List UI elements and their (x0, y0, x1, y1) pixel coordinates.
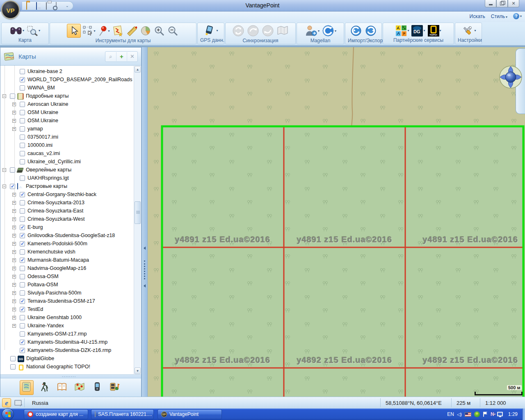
digitalglobe-button[interactable]: DG ▾ (411, 24, 426, 37)
find-on-map-button[interactable]: ▾ (9, 25, 25, 37)
browser-toggle-button[interactable]: e (2, 398, 11, 407)
layer-checkbox[interactable] (20, 225, 25, 230)
layer-checkbox[interactable] (20, 249, 25, 255)
taskbar-button-vantagepoint[interactable]: VP VantagePoint (158, 409, 222, 419)
tree-item[interactable]: WWNA_BM (0, 84, 132, 92)
export-button[interactable] (364, 24, 378, 38)
layer-checkbox[interactable] (20, 274, 25, 279)
layer-checkbox[interactable] (10, 94, 15, 99)
tree-item[interactable]: National Geographic TOPO! (0, 363, 132, 371)
collapse-expander-icon[interactable]: − (2, 168, 6, 172)
start-button[interactable] (2, 408, 14, 420)
tree-item[interactable]: +Crimea-Soyuzkarta-2013 (0, 199, 132, 207)
tree-item[interactable]: +Gnilovodka-Studenitsa-GoogleSat-z18 (0, 232, 132, 240)
tree-item[interactable]: +Nadvirna-GoogleMap-z16 (0, 265, 132, 273)
tree-item[interactable]: +Central-Gorgany-Stezhki-back (0, 191, 132, 199)
sync-both-button[interactable] (231, 24, 245, 38)
expand-expander-icon[interactable]: + (12, 111, 16, 114)
layer-checkbox[interactable] (20, 323, 25, 329)
zoom-in-button[interactable] (153, 25, 166, 37)
search-menu-button[interactable]: Искать (470, 14, 485, 19)
route-tool-button[interactable]: ★ (112, 25, 125, 37)
expand-expander-icon[interactable]: + (12, 209, 16, 213)
expand-expander-icon[interactable]: + (12, 226, 16, 229)
tree-item[interactable]: +Aeroscan Ukraine (0, 100, 132, 109)
collapse-expander-icon[interactable]: − (2, 185, 6, 188)
import-button[interactable] (349, 24, 363, 38)
magellan-sync-button[interactable]: ▾ (321, 24, 337, 38)
send-to-screen-icon[interactable] (14, 400, 22, 406)
expand-expander-icon[interactable]: + (12, 217, 16, 221)
collapse-arrow-icon[interactable] (144, 284, 146, 288)
select-tool-button[interactable] (67, 24, 81, 38)
show-desktop-strip[interactable] (522, 409, 525, 420)
tree-item[interactable]: +Kremenchutske vdsh (0, 248, 132, 256)
expand-expander-icon[interactable]: + (12, 258, 16, 262)
mode-trekking-button[interactable] (37, 380, 51, 395)
tree-item[interactable]: +yamap (0, 125, 132, 133)
layer-checkbox[interactable] (20, 85, 25, 91)
zoom-region-button[interactable]: ▾ (26, 25, 41, 37)
mode-gps-handheld-button[interactable] (90, 380, 104, 395)
tree-item[interactable]: +TestEd (0, 306, 132, 314)
minimize-button[interactable] (485, 0, 496, 7)
layer-checkbox[interactable] (10, 356, 16, 361)
tree-item[interactable]: UAKHRsprings.lgt (0, 174, 132, 183)
sidebar-horizontal-splitter[interactable] (0, 374, 141, 379)
layer-checkbox[interactable] (20, 143, 25, 148)
partner-services-button[interactable]: ▾ (395, 24, 410, 37)
clock[interactable]: 1:29 (508, 411, 518, 417)
settings-button[interactable]: ▾ (460, 24, 477, 37)
help-icon[interactable]: ? (513, 13, 519, 19)
panel-close-icon[interactable]: ✕ (127, 52, 137, 61)
expand-expander-icon[interactable]: + (12, 316, 16, 320)
tree-item[interactable]: +OSM Ukraine (0, 109, 132, 117)
sync-map-button[interactable] (276, 24, 290, 37)
keyboard-flag-icon[interactable] (465, 412, 471, 417)
layer-checkbox[interactable] (20, 241, 25, 247)
scissors-tray-icon[interactable]: N (491, 411, 494, 417)
expand-expander-icon[interactable]: + (12, 283, 16, 287)
layer-checkbox[interactable] (20, 331, 25, 337)
layer-checkbox[interactable] (20, 282, 25, 288)
tree-item[interactable]: 03750017.imi (0, 133, 132, 142)
layer-checkbox[interactable] (20, 258, 25, 263)
save-icon[interactable] (36, 2, 43, 9)
measure-tool-button[interactable] (126, 25, 139, 37)
tree-item[interactable]: DGDigitalGlobe (0, 355, 132, 363)
expand-expander-icon[interactable]: + (12, 127, 16, 131)
tree-item[interactable]: −Подробные карты (0, 92, 132, 100)
mode-waypoints-button[interactable] (73, 380, 87, 395)
expand-expander-icon[interactable]: + (12, 324, 16, 328)
expand-expander-icon[interactable]: + (12, 234, 16, 237)
tree-item[interactable]: −Растровые карты (0, 183, 132, 191)
expand-expander-icon[interactable]: + (12, 242, 16, 246)
splitter-grip[interactable] (144, 260, 145, 279)
tree-item[interactable]: +Ternava-Studenitsa-OSM-z17 (0, 297, 132, 306)
polygon-select-button[interactable]: ▾ (82, 25, 96, 37)
sync-send-button[interactable] (246, 24, 260, 38)
map-pan-control[interactable] (499, 65, 523, 89)
expand-expander-icon[interactable]: + (12, 267, 16, 270)
mode-media-button[interactable] (108, 380, 122, 395)
map-view[interactable]: y4891 z15 Ed.ua©2016 y4891 z15 Ed.ua©201… (148, 47, 525, 397)
layer-checkbox[interactable] (20, 126, 25, 132)
layer-checkbox[interactable] (20, 192, 25, 197)
open-folder-icon[interactable] (26, 2, 34, 9)
tree-item[interactable]: Ukraine-base 2 (0, 68, 132, 76)
expand-expander-icon[interactable]: + (12, 275, 16, 278)
expand-expander-icon[interactable]: + (12, 308, 16, 311)
panel-add-icon[interactable]: + (116, 52, 127, 61)
scroll-down-button[interactable]: ▼ (135, 368, 141, 374)
expand-expander-icon[interactable]: + (12, 291, 16, 295)
layer-checkbox[interactable] (20, 290, 25, 296)
layer-checkbox[interactable] (20, 340, 25, 345)
tree-item[interactable]: WORLD_TOPO_BASEMAP_2009_RailRoads (0, 76, 132, 84)
tree-item[interactable]: Kamyanets-Studenitsa-DZK-z16.rmp (0, 347, 132, 355)
sidebar-splitter[interactable] (142, 47, 148, 397)
tree-item[interactable]: +Murmansk-Batumi-Macapa (0, 256, 132, 265)
pin-tool-button[interactable]: ▾ (97, 25, 111, 37)
layer-checkbox[interactable] (20, 315, 25, 320)
layer-checkbox[interactable] (20, 266, 25, 271)
mode-maps-book-button[interactable] (20, 380, 34, 395)
